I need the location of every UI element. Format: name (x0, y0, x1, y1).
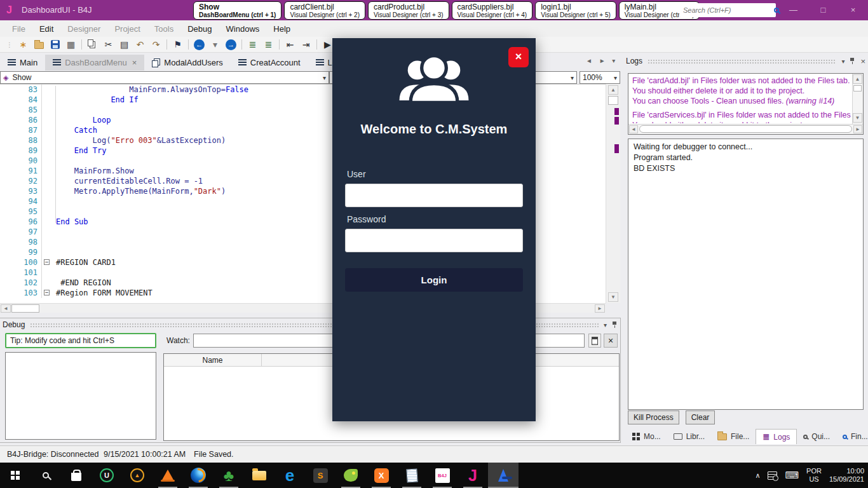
export-icon[interactable]: ▦ (64, 37, 78, 51)
clock[interactable]: 10:00 15/09/2021 (829, 467, 864, 484)
shift-right-icon[interactable]: ⇥ (299, 37, 313, 51)
bookmark-icon[interactable]: ⚑ (170, 37, 185, 51)
search-box[interactable] (679, 3, 776, 17)
chevron-down-icon[interactable]: ▾ (604, 322, 607, 329)
menu-item-help[interactable]: Help (266, 22, 297, 36)
firefox-icon[interactable] (183, 463, 214, 488)
scroll-left-icon[interactable]: ◄ (629, 125, 638, 133)
aimp-icon[interactable]: ▲ (122, 463, 153, 488)
chevron-down-icon[interactable]: ▾ (841, 58, 844, 65)
shift-left-icon[interactable]: ⇤ (283, 37, 297, 51)
panel-tab-find[interactable]: Fin... (836, 429, 868, 444)
login-button[interactable]: Login (345, 268, 523, 292)
warnings-box[interactable]: File 'cardAdd.bjl' in Files folder was n… (628, 73, 864, 135)
password-input[interactable] (345, 229, 523, 252)
menu-item-debug[interactable]: Debug (180, 22, 219, 36)
minimize-button[interactable]: — (778, 0, 808, 20)
scroll-up-icon[interactable]: ▲ (608, 85, 618, 95)
panel-tab-logs[interactable]: ≣Logs (756, 429, 797, 444)
hotkey-tab[interactable]: cardSuppliers.bjlVisual Designer (ctrl +… (452, 1, 533, 20)
maximize-button[interactable]: □ (808, 0, 838, 20)
tray-chevron-up-icon[interactable]: ∧ (755, 471, 760, 480)
pin-icon[interactable] (612, 321, 618, 329)
keyboard-icon[interactable]: ⌨ (785, 470, 799, 481)
explorer-icon[interactable] (244, 463, 275, 488)
debug-variables-list[interactable] (5, 352, 156, 440)
new-module-icon[interactable]: ∗ (16, 37, 31, 51)
menu-item-designer[interactable]: Designer (60, 22, 107, 36)
notepadpp-icon[interactable] (336, 463, 366, 488)
clover-icon[interactable]: ♣ (214, 463, 244, 488)
scroll-right-icon[interactable]: ► (853, 125, 862, 133)
clear-button[interactable]: Clear (686, 410, 715, 424)
reformat-code-icon[interactable]: ≣ (245, 37, 260, 51)
evaluate-button[interactable] (588, 334, 601, 348)
b4j-ide-icon[interactable]: J (458, 463, 488, 488)
fold-collapse-icon[interactable]: − (44, 259, 50, 265)
tab-dashboardmenu[interactable]: DashBoardMenu× (45, 55, 144, 71)
auto-indent-icon[interactable]: ≣ (261, 37, 276, 51)
store-icon[interactable] (61, 463, 92, 488)
language-indicator[interactable]: POR US (806, 467, 822, 484)
panel-tab-quick-search[interactable]: Qui... (797, 429, 836, 444)
close-panel-icon[interactable]: × (860, 57, 865, 66)
scroll-right-icon[interactable]: ► (595, 304, 605, 313)
vertical-scroll-thumb[interactable] (853, 85, 862, 92)
warnings-vertical-scrollbar[interactable]: ▲ ▼ (852, 74, 863, 124)
paste-icon[interactable]: ▤ (117, 37, 132, 51)
scroll-down-icon[interactable]: ▼ (608, 292, 618, 302)
notification-icon[interactable] (768, 471, 777, 480)
horizontal-scroll-thumb[interactable] (11, 304, 39, 313)
start-icon[interactable] (0, 463, 31, 488)
hotkey-tab[interactable]: cardProduct.bjlVisual Designer (ctrl + 3… (368, 1, 449, 20)
navigate-back-icon[interactable]: ← (192, 37, 207, 51)
search-input[interactable] (683, 6, 774, 14)
scroll-down-icon[interactable]: ▼ (853, 113, 862, 123)
fold-collapse-icon[interactable]: − (44, 290, 50, 295)
cut-icon[interactable]: ✂ (101, 37, 116, 51)
menu-item-project[interactable]: Project (107, 22, 147, 36)
menu-item-windows[interactable]: Windows (219, 22, 267, 36)
hotkey-tab[interactable]: cardClient.bjlVisual Designer (ctrl + 2) (284, 1, 365, 20)
pin-icon[interactable] (850, 57, 855, 65)
open-project-icon[interactable] (32, 37, 46, 51)
log-messages-box[interactable]: Waiting for debugger to connect...Progra… (628, 139, 864, 410)
zoom-combo[interactable]: 100% ▾ (580, 71, 620, 84)
panel-tab-modules[interactable]: Mo... (626, 429, 667, 444)
redo-icon[interactable]: ↷ (149, 37, 163, 51)
hotkey-tab[interactable]: ShowDashBoardMenu (ctrl + 1) (193, 1, 281, 20)
menu-item-tools[interactable]: Tools (147, 22, 180, 36)
horizontal-scroll-track[interactable] (639, 125, 852, 133)
vlc-icon[interactable] (153, 463, 183, 488)
tab-main[interactable]: Main (0, 55, 45, 71)
edge-icon[interactable]: e (275, 463, 305, 488)
clear-watch-button[interactable]: × (604, 334, 618, 348)
scroll-left-icon[interactable]: ◄ (1, 304, 11, 313)
navigate-forward-icon[interactable]: → (224, 37, 238, 51)
back-history-dropdown-icon[interactable]: ▾ (208, 37, 222, 51)
scroll-up-icon[interactable]: ▲ (853, 74, 862, 84)
undo-icon[interactable]: ↶ (133, 37, 147, 51)
close-tab-icon[interactable]: × (132, 58, 137, 67)
kill-process-button[interactable]: Kill Process (628, 410, 679, 424)
copy-icon[interactable] (85, 37, 100, 51)
panel-tab-libraries[interactable]: Libr... (667, 429, 711, 444)
warnings-horizontal-scrollbar[interactable]: ◄ ► (628, 124, 863, 134)
menu-item-edit[interactable]: Edit (32, 22, 60, 36)
hotkey-tab[interactable]: login1.bjlVisual Designer (ctrl + 5) (535, 1, 616, 20)
active-app-icon[interactable] (488, 463, 519, 488)
b4j-designer-icon[interactable]: B4J (427, 463, 458, 488)
xampp-icon[interactable]: X (366, 463, 397, 488)
tab-creataccount[interactable]: CreatAccount (231, 55, 308, 71)
notepad-icon[interactable] (397, 463, 427, 488)
sublime-icon[interactable]: S (305, 463, 336, 488)
iobit-icon[interactable]: U (92, 463, 122, 488)
save-icon[interactable] (48, 37, 62, 51)
vertical-scroll-thumb[interactable] (608, 96, 618, 105)
panel-tab-files[interactable]: File... (711, 429, 756, 444)
tab-modaladdusers[interactable]: ModalAddUsers (144, 55, 231, 71)
taskbar-search-icon[interactable] (31, 463, 61, 488)
editor-vertical-scrollbar[interactable]: ▲ ▼ (606, 84, 620, 303)
column-header-name[interactable]: Name (164, 354, 262, 366)
menu-item-file[interactable]: File (5, 22, 32, 36)
